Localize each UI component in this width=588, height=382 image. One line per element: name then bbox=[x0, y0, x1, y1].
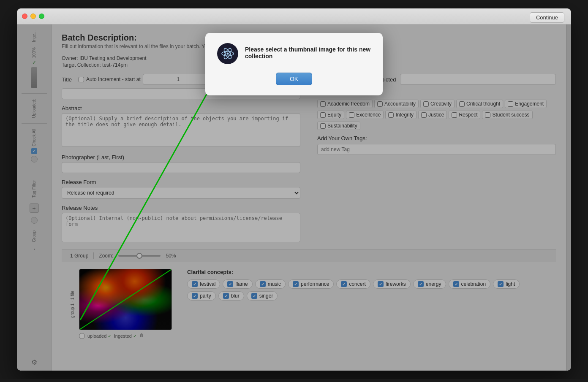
maximize-button[interactable] bbox=[39, 14, 44, 19]
modal-dialog: Please select a thumbnail image for this… bbox=[205, 33, 383, 95]
traffic-lights bbox=[22, 14, 44, 19]
svg-point-4 bbox=[227, 53, 229, 55]
modal-ok-button[interactable]: OK bbox=[276, 73, 312, 85]
atom-icon bbox=[221, 47, 234, 60]
modal-icon bbox=[217, 43, 238, 64]
titlebar: Continue bbox=[17, 8, 571, 24]
minimize-button[interactable] bbox=[30, 14, 36, 19]
modal-overlay: Please select a thumbnail image for this… bbox=[17, 24, 571, 371]
continue-button[interactable]: Continue bbox=[530, 12, 564, 23]
modal-title: Please select a thumbnail image for this… bbox=[245, 46, 371, 60]
close-button[interactable] bbox=[22, 14, 27, 19]
